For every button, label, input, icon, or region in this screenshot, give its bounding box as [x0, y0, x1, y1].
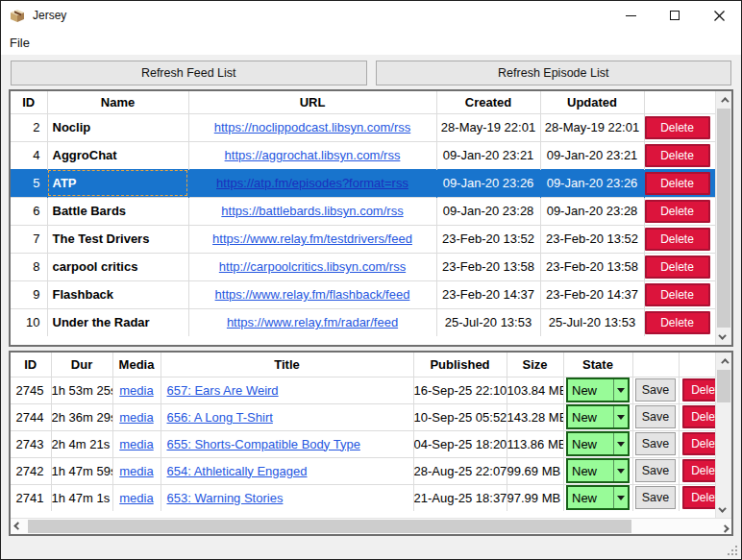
- episode-media-link[interactable]: media: [119, 464, 153, 478]
- feed-name-cell: carpool critics: [47, 253, 188, 280]
- episode-media-link[interactable]: media: [119, 410, 153, 425]
- chevron-left-icon: [13, 522, 21, 529]
- feed-created-cell: 09-Jan-20 23:21: [436, 141, 540, 169]
- episode-row[interactable]: 2741 1h 47m 1s media 653: Warning Storie…: [11, 484, 715, 511]
- feed-url-link[interactable]: https://www.relay.fm/flashback/feed: [215, 287, 410, 302]
- close-button[interactable]: [697, 1, 741, 30]
- state-select[interactable]: New: [566, 404, 630, 429]
- scroll-down-button[interactable]: [716, 329, 731, 345]
- episode-col-id[interactable]: ID: [11, 353, 51, 377]
- feed-row[interactable]: 7 The Test Drivers https://www.relay.fm/…: [11, 225, 715, 253]
- feed-url-link[interactable]: https://battlebards.libsyn.com/rss: [221, 204, 403, 218]
- feed-col-url[interactable]: URL: [188, 91, 436, 113]
- episode-media-link[interactable]: media: [119, 383, 153, 398]
- feed-row[interactable]: 8 carpool critics http://carpoolcritics.…: [11, 253, 715, 280]
- feed-name-cell: Noclip: [47, 113, 188, 141]
- episode-col-size[interactable]: Size: [507, 353, 563, 377]
- episode-title-link[interactable]: 653: Warning Stories: [167, 491, 284, 505]
- scrollbar-thumb[interactable]: [717, 370, 730, 402]
- episode-delete-button[interactable]: Delete: [682, 432, 716, 455]
- episode-delete-button[interactable]: Delete: [682, 405, 716, 428]
- episode-row[interactable]: 2742 1h 47m 59s media 654: Athletically …: [11, 457, 715, 484]
- feed-delete-button[interactable]: Delete: [645, 283, 710, 306]
- state-select[interactable]: New: [566, 377, 630, 402]
- episode-save-button[interactable]: Save: [635, 486, 676, 509]
- feed-row-selected[interactable]: 5 ATP https://atp.fm/episodes?format=rss…: [11, 169, 715, 197]
- episode-col-published[interactable]: Published: [413, 353, 507, 377]
- episode-id-cell: 2745: [11, 377, 51, 403]
- feed-url-link[interactable]: https://www.relay.fm/radar/feed: [227, 315, 398, 329]
- feed-row[interactable]: 9 Flashback https://www.relay.fm/flashba…: [11, 280, 715, 308]
- feed-delete-button[interactable]: Delete: [645, 228, 710, 251]
- menu-bar: File: [1, 30, 741, 55]
- feed-url-link[interactable]: https://www.relay.fm/testdrivers/feed: [212, 231, 412, 246]
- episode-save-button[interactable]: Save: [635, 459, 676, 482]
- chevron-up-icon: [721, 97, 729, 105]
- episode-col-state[interactable]: State: [563, 353, 632, 377]
- window-controls: [608, 1, 741, 30]
- episode-save-button[interactable]: Save: [635, 405, 676, 428]
- episode-row[interactable]: 2743 2h 4m 21s media 655: Shorts-Compati…: [11, 430, 715, 457]
- episode-delete-button[interactable]: Delete: [682, 459, 716, 482]
- episode-title-link[interactable]: 654: Athletically Engaged: [167, 464, 308, 478]
- refresh-feed-list-button[interactable]: Refresh Feed List: [11, 61, 367, 85]
- episode-save-button[interactable]: Save: [635, 378, 676, 402]
- feed-updated-cell: 09-Jan-20 23:26: [540, 169, 644, 197]
- scroll-down-button[interactable]: [716, 501, 731, 518]
- feed-delete-button[interactable]: Delete: [645, 311, 710, 334]
- episode-save-button[interactable]: Save: [635, 432, 676, 455]
- state-select[interactable]: New: [566, 485, 630, 510]
- scrollbar-thumb[interactable]: [717, 109, 730, 328]
- scrollbar-thumb[interactable]: [28, 520, 631, 533]
- feed-delete-button[interactable]: Delete: [645, 116, 710, 139]
- scroll-right-button[interactable]: [715, 519, 731, 535]
- feed-delete-button[interactable]: Delete: [645, 200, 710, 223]
- feed-col-id[interactable]: ID: [11, 91, 47, 113]
- episode-col-title[interactable]: Title: [161, 353, 413, 377]
- feed-col-created[interactable]: Created: [436, 91, 540, 113]
- feeds-vertical-scrollbar[interactable]: [715, 91, 731, 345]
- episodes-vertical-scrollbar[interactable]: [715, 353, 731, 518]
- feed-url-link[interactable]: http://carpoolcritics.libsyn.com/rss: [219, 259, 406, 274]
- scroll-up-button[interactable]: [716, 353, 731, 369]
- feed-delete-button[interactable]: Delete: [645, 256, 710, 279]
- feed-url-link[interactable]: https://atp.fm/episodes?format=rss: [216, 176, 408, 190]
- episode-media-link[interactable]: media: [119, 491, 153, 505]
- episode-row[interactable]: 2744 2h 36m 29s media 656: A Long T-Shir…: [11, 403, 715, 430]
- episode-published-cell: 28-Aug-25 22:07: [413, 457, 507, 484]
- episode-title-link[interactable]: 656: A Long T-Shirt: [167, 410, 273, 425]
- episodes-horizontal-scrollbar[interactable]: [11, 518, 731, 534]
- feed-row[interactable]: 4 AggroChat https://aggrochat.libsyn.com…: [11, 141, 715, 169]
- feed-id-cell: 4: [11, 141, 47, 169]
- episode-size-cell: 103.84 MB: [507, 377, 563, 403]
- feed-row[interactable]: 10 Under the Radar https://www.relay.fm/…: [11, 308, 715, 336]
- episode-row[interactable]: 2745 1h 53m 25s media 657: Ears Are Weir…: [11, 377, 715, 403]
- episode-delete-button[interactable]: Delete: [682, 378, 716, 402]
- refresh-episode-list-button[interactable]: Refresh Episode List: [376, 61, 732, 85]
- feed-col-name[interactable]: Name: [47, 91, 188, 113]
- feed-col-updated[interactable]: Updated: [540, 91, 644, 113]
- episode-media-link[interactable]: media: [119, 437, 153, 451]
- episode-title-link[interactable]: 657: Ears Are Weird: [167, 383, 279, 398]
- feed-url-link[interactable]: https://noclippodcast.libsyn.com/rss: [214, 120, 410, 134]
- feed-row[interactable]: 6 Battle Bards https://battlebards.libsy…: [11, 197, 715, 225]
- episode-col-media[interactable]: Media: [112, 353, 161, 377]
- maximize-button[interactable]: [653, 1, 697, 30]
- resize-grip[interactable]: [727, 545, 738, 556]
- feed-updated-cell: 25-Jul-20 13:53: [540, 308, 644, 336]
- scroll-up-button[interactable]: [716, 91, 731, 108]
- episode-delete-button[interactable]: Delete: [682, 486, 716, 509]
- feed-url-link[interactable]: https://aggrochat.libsyn.com/rss: [225, 148, 401, 162]
- feed-delete-button[interactable]: Delete: [645, 172, 710, 195]
- episode-title-link[interactable]: 655: Shorts-Compatible Body Type: [167, 437, 360, 451]
- scroll-left-button[interactable]: [11, 519, 27, 535]
- episode-col-dur[interactable]: Dur: [51, 353, 112, 377]
- episode-col-delete: [679, 353, 715, 377]
- state-select[interactable]: New: [566, 431, 630, 456]
- feed-delete-button[interactable]: Delete: [645, 144, 710, 167]
- feed-row[interactable]: 2 Noclip https://noclippodcast.libsyn.co…: [11, 113, 715, 141]
- menu-file[interactable]: File: [1, 36, 38, 50]
- minimize-button[interactable]: [608, 1, 653, 30]
- chevron-down-icon: [613, 379, 628, 401]
- state-select[interactable]: New: [566, 458, 630, 483]
